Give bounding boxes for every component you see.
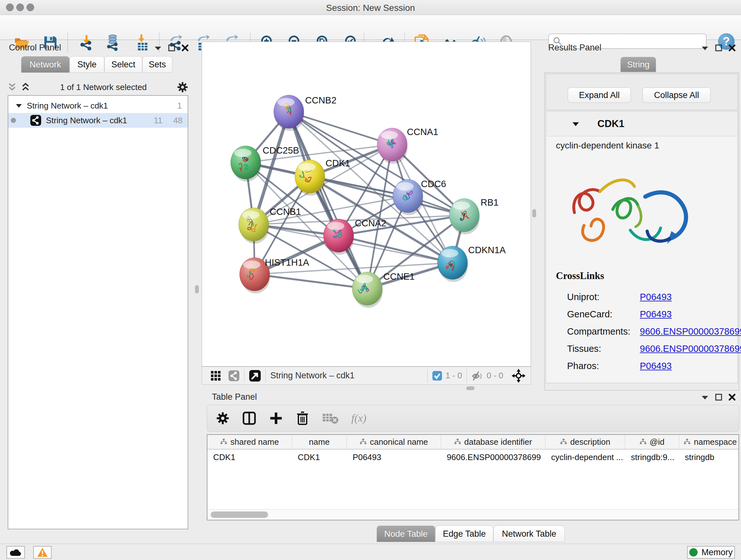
network-selected-status: 1 of 1 Network selected <box>30 82 177 92</box>
network-node[interactable] <box>437 246 468 282</box>
float-panel-icon[interactable] <box>168 44 176 52</box>
table-horizontal-scrollbar[interactable] <box>207 509 738 520</box>
crosslink-value-link[interactable]: 9606.ENSP00000378699 <box>640 326 741 336</box>
network-options-gear-icon[interactable] <box>177 81 188 93</box>
import-database-icon[interactable] <box>104 34 122 51</box>
table-cell[interactable]: CDK1 <box>292 451 347 463</box>
tab-node-table[interactable]: Node Table <box>377 525 435 542</box>
tab-string[interactable]: String <box>620 57 656 72</box>
network-node[interactable] <box>295 160 325 196</box>
table-cell[interactable]: stringdb:9... <box>625 451 679 463</box>
tab-style[interactable]: Style <box>70 56 105 73</box>
tab-network[interactable]: Network <box>21 56 70 73</box>
delete-table-icon[interactable] <box>322 412 339 425</box>
crosslink-value-link[interactable]: P06493 <box>640 361 672 371</box>
network-row[interactable]: String Network – cdk1 11 48 <box>8 113 188 128</box>
column-header-label: shared name <box>230 437 279 447</box>
import-table-icon[interactable] <box>134 34 151 51</box>
expand-all-button[interactable]: Expand All <box>568 87 631 103</box>
column-header-description[interactable]: description <box>545 435 625 449</box>
warning-status-button[interactable] <box>33 546 52 559</box>
bottom-splitter-handle[interactable] <box>466 386 475 390</box>
crosslink-value-link[interactable]: P06493 <box>640 292 672 302</box>
scrollbar-thumb[interactable] <box>211 511 268 518</box>
open-in-new-window-icon[interactable] <box>249 370 261 382</box>
column-header-shared-name[interactable]: shared name <box>207 435 292 449</box>
pan-move-icon[interactable] <box>512 369 526 383</box>
network-node[interactable] <box>324 219 354 255</box>
collection-expander-icon[interactable] <box>15 103 22 109</box>
expand-all-networks-icon[interactable] <box>8 82 17 92</box>
crosslink-label: Tissues: <box>567 344 640 354</box>
network-node[interactable] <box>239 208 269 244</box>
column-header-database-identifier[interactable]: database identifier <box>441 435 545 449</box>
cloud-status-button[interactable] <box>6 546 25 559</box>
table-cell[interactable]: CDK1 <box>207 451 292 463</box>
network-node-count: 11 <box>154 116 162 125</box>
collapse-panel-icon[interactable] <box>701 45 709 51</box>
collapse-panel-icon[interactable] <box>154 45 162 51</box>
column-header--id[interactable]: @id <box>625 435 679 449</box>
function-builder-icon[interactable]: f(x) <box>351 412 366 424</box>
right-splitter-handle[interactable] <box>532 209 536 217</box>
float-panel-icon[interactable] <box>715 393 723 401</box>
tab-select[interactable]: Select <box>105 56 142 73</box>
tab-edge-table[interactable]: Edge Table <box>435 525 493 542</box>
grid-view-icon[interactable] <box>210 370 221 381</box>
add-column-icon[interactable] <box>269 411 283 425</box>
column-header-namespace[interactable]: namespace <box>679 435 739 449</box>
collapse-all-button[interactable]: Collapse All <box>643 87 711 103</box>
table-cell[interactable]: stringdb <box>679 451 739 463</box>
node-table[interactable]: shared namenamecanonical namedatabase id… <box>207 434 739 520</box>
collapse-all-networks-icon[interactable] <box>21 82 30 92</box>
table-cell[interactable]: cyclin-dependent ... <box>545 451 625 463</box>
hidden-eye-icon[interactable] <box>471 370 483 381</box>
network-collection-bar: 1 of 1 Network selected <box>8 80 188 94</box>
table-gear-icon[interactable] <box>216 412 229 425</box>
close-panel-icon[interactable] <box>181 44 189 52</box>
selected-checkbox-icon[interactable] <box>432 371 442 381</box>
gene-expander-icon[interactable] <box>572 121 580 127</box>
collapse-panel-icon[interactable] <box>701 394 709 400</box>
network-edge-count: 48 <box>173 116 183 125</box>
crosslink-value-link[interactable]: 9606.ENSP00000378699 <box>640 344 741 354</box>
network-node[interactable] <box>231 146 261 182</box>
window-title: Session: New Session <box>0 3 741 13</box>
column-header-label: canonical name <box>370 437 428 447</box>
gene-header[interactable]: CDK1 <box>546 112 737 136</box>
network-node[interactable] <box>449 199 480 234</box>
network-status-dot <box>11 118 16 123</box>
table-cell[interactable]: 9606.ENSP00000378699 <box>441 451 545 463</box>
network-node[interactable] <box>377 128 408 164</box>
float-panel-icon[interactable] <box>715 44 723 52</box>
tab-network-table[interactable]: Network Table <box>493 525 565 542</box>
memory-button[interactable]: Memory <box>687 546 735 559</box>
import-network-icon[interactable] <box>77 34 95 51</box>
node-label: HIST1H1A <box>265 257 309 267</box>
delete-column-icon[interactable] <box>296 411 309 426</box>
node-label: CCNA2 <box>355 218 386 228</box>
show-columns-icon[interactable] <box>242 411 256 425</box>
column-header-canonical-name[interactable]: canonical name <box>347 435 441 449</box>
network-badge-icon[interactable] <box>228 370 240 381</box>
left-splitter-handle[interactable] <box>195 285 199 294</box>
network-collection-row[interactable]: String Network – cdk1 1 <box>8 98 188 113</box>
table-header-row: shared namenamecanonical namedatabase id… <box>207 435 738 449</box>
strip-separator <box>266 369 266 383</box>
column-header-name[interactable]: name <box>292 435 347 449</box>
crosslink-value-link[interactable]: P06493 <box>640 309 672 319</box>
selected-count: 1 - 0 <box>446 371 462 381</box>
network-node[interactable] <box>352 272 383 308</box>
network-canvas[interactable]: CCNB2CCNA1CDC25BCDK1CDC6RB1CCNB1CCNA2CDK… <box>202 42 531 367</box>
strip-separator <box>244 369 245 383</box>
shared-column-icon <box>220 438 227 445</box>
column-header-label: name <box>309 437 330 447</box>
close-panel-icon[interactable] <box>728 44 736 52</box>
table-cell[interactable]: P06493 <box>347 451 441 463</box>
crosslink-row: Uniprot:P06493 <box>567 292 672 302</box>
network-node[interactable] <box>393 179 423 215</box>
crosslink-label: Uniprot: <box>567 292 640 302</box>
gene-symbol: CDK1 <box>597 118 624 130</box>
close-panel-icon[interactable] <box>728 393 736 401</box>
tab-sets[interactable]: Sets <box>142 56 172 73</box>
